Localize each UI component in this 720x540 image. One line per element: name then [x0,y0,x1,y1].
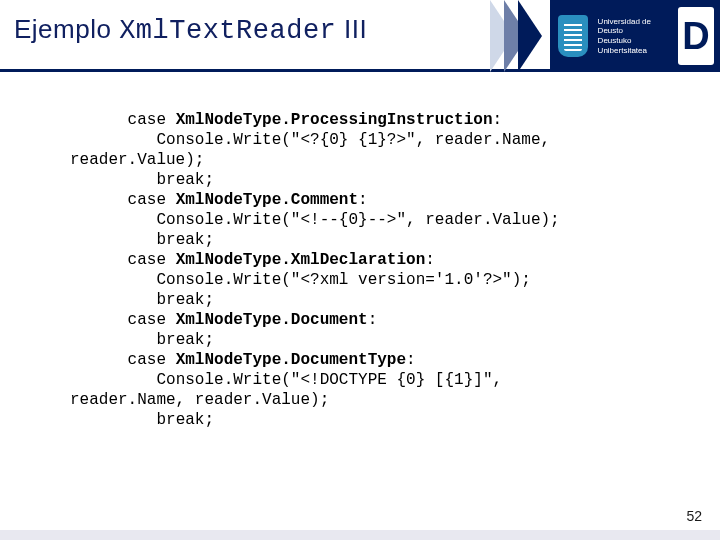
code-text: : [358,191,368,209]
code-text: break; [70,171,214,189]
code-text: reader.Value); [70,151,204,169]
code-text: : [492,111,502,129]
code-line: case XmlNodeType.Comment: [70,190,698,210]
code-text: case [70,111,176,129]
code-line: break; [70,330,698,350]
code-line: Console.Write("<!--{0}-->", reader.Value… [70,210,698,230]
code-keyword: XmlNodeType.Comment [176,191,358,209]
code-text: Console.Write("<!DOCTYPE {0} [{1}]", [70,371,502,389]
code-line: case XmlNodeType.Document: [70,310,698,330]
title-monospace: XmlTextReader [119,16,336,46]
university-name: Universidad de Deusto Deustuko Unibertsi… [598,17,668,55]
code-line: case XmlNodeType.ProcessingInstruction: [70,110,698,130]
code-keyword: XmlNodeType.XmlDeclaration [176,251,426,269]
code-line: break; [70,410,698,430]
university-logo: Universidad de Deusto Deustuko Unibertsi… [490,0,720,72]
code-text: break; [70,331,214,349]
code-line: break; [70,230,698,250]
code-line: case XmlNodeType.XmlDeclaration: [70,250,698,270]
code-line: Console.Write("<?xml version='1.0'?>"); [70,270,698,290]
code-text: reader.Name, reader.Value); [70,391,329,409]
d-mark-icon: D [678,7,714,65]
code-line: reader.Value); [70,150,698,170]
code-line: break; [70,290,698,310]
slide-header: Ejemplo XmlTextReader III Universidad de… [0,0,720,72]
page-number: 52 [686,508,702,524]
code-line: case XmlNodeType.DocumentType: [70,350,698,370]
title-suffix: III [336,14,367,44]
code-line: Console.Write("<?{0} {1}?>", reader.Name… [70,130,698,150]
code-text: : [425,251,435,269]
code-keyword: XmlNodeType.ProcessingInstruction [176,111,493,129]
code-text: case [70,311,176,329]
code-block: case XmlNodeType.ProcessingInstruction: … [0,72,720,430]
logo-box: Universidad de Deusto Deustuko Unibertsi… [550,0,720,72]
code-keyword: XmlNodeType.DocumentType [176,351,406,369]
code-text: break; [70,411,214,429]
code-text: Console.Write("<?{0} {1}?>", reader.Name… [70,131,550,149]
code-text: case [70,251,176,269]
chevron-icon [518,0,542,72]
code-text: break; [70,231,214,249]
footer-bar [0,530,720,540]
university-line2: Deustuko Unibertsitatea [598,36,668,55]
code-text: break; [70,291,214,309]
code-text: Console.Write("<!--{0}-->", reader.Value… [70,211,560,229]
code-keyword: XmlNodeType.Document [176,311,368,329]
code-text: case [70,191,176,209]
code-text: Console.Write("<?xml version='1.0'?>"); [70,271,531,289]
chevron-decoration [490,0,550,72]
code-text: case [70,351,176,369]
code-line: break; [70,170,698,190]
code-line: Console.Write("<!DOCTYPE {0} [{1}]", [70,370,698,390]
crest-icon [558,15,588,57]
code-line: reader.Name, reader.Value); [70,390,698,410]
title-prefix: Ejemplo [14,14,119,44]
code-text: : [368,311,378,329]
code-text: : [406,351,416,369]
university-line1: Universidad de Deusto [598,17,668,36]
